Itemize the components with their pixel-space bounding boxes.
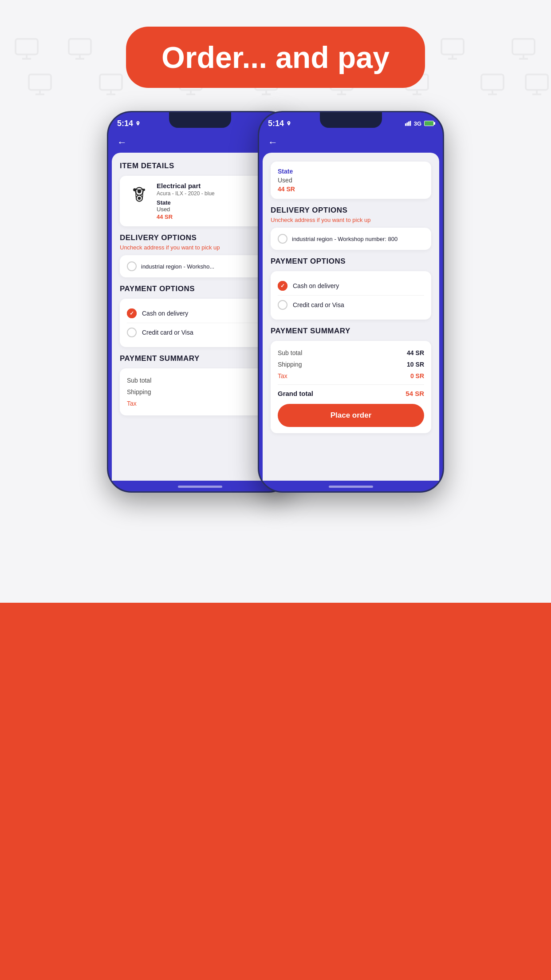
phone-right: 5:14 3G ← State Used	[258, 111, 444, 493]
summary-divider	[278, 384, 424, 385]
header-banner: Order... and pay	[126, 27, 425, 88]
phone-left-payment-summary-card: Sub total Shipping Tax	[120, 368, 280, 415]
phone-right-grand-total-row: Grand total 54 SR	[278, 387, 424, 399]
phone-right-status-icons: 3G	[405, 120, 434, 127]
phone-left-payment-summary-title: PAYMENT SUMMARY	[120, 354, 280, 363]
phone-left-address-row: industrial region - Worksho...	[127, 261, 273, 271]
phone-left-tax-label: Tax	[127, 400, 137, 407]
phone-right-state-card-price: 44 SR	[278, 186, 424, 193]
phone-left-visa-label: Credit card or Visa	[142, 329, 193, 336]
phone-right-state-card-label: State	[278, 168, 424, 175]
phone-right-subtotal-row: Sub total 44 SR	[278, 347, 424, 359]
phone-right-network: 3G	[414, 120, 421, 127]
phone-left-time: 5:14	[117, 119, 141, 128]
phone-right-nav: ←	[259, 132, 443, 153]
phone-right-payment-summary-title: PAYMENT SUMMARY	[271, 327, 431, 336]
phone-right-app: ← State Used 44 SR DELIVERY OPTIONS Unch…	[259, 132, 443, 491]
phone-left-item-details-section: ITEM DETAILS	[120, 162, 280, 226]
phone-left-item-info: Electrical part Acura - ILX - 2020 - blu…	[157, 182, 215, 220]
phone-right-time: 5:14	[268, 119, 291, 128]
phone-right-delivery-section: DELIVERY OPTIONS Uncheck address if you …	[271, 206, 431, 250]
phone-right-payment-summary-section: PAYMENT SUMMARY Sub total 44 SR Shipping…	[271, 327, 431, 433]
svg-rect-56	[408, 122, 409, 126]
svg-point-51	[138, 197, 141, 200]
phone-left-payment-options-section: PAYMENT OPTIONS Cash on delivery Credit …	[120, 285, 280, 347]
phone-right-delivery-card: industrial region - Workshop number: 800	[271, 228, 431, 250]
phone-left-item-row: Electrical part Acura - ILX - 2020 - blu…	[127, 182, 273, 220]
phone-left-item-name: Electrical part	[157, 182, 215, 190]
phone-right-grand-total-value: 54 SR	[405, 390, 424, 397]
svg-point-52	[133, 188, 136, 191]
phone-left-delivery-section: DELIVERY OPTIONS Uncheck address if you …	[120, 233, 280, 277]
phone-right-cash-label: Cash on delivery	[293, 282, 339, 289]
phone-left-subtotal-label: Sub total	[127, 377, 151, 384]
phone-left-cash-label: Cash on delivery	[142, 310, 188, 317]
phone-left-state-value: Used	[157, 206, 215, 213]
phone-left-payment-summary-section: PAYMENT SUMMARY Sub total Shipping Tax	[120, 354, 280, 415]
phone-left-visa-radio[interactable]	[127, 328, 137, 337]
phone-right-payment-option-1[interactable]: Cash on delivery	[278, 277, 424, 296]
phone-left-tax-row: Tax	[127, 398, 273, 409]
phone-left-payment-options-card: Cash on delivery Credit card or Visa	[120, 299, 280, 347]
phone-right-tax-label: Tax	[278, 372, 287, 379]
phone-right-content: State Used 44 SR DELIVERY OPTIONS Unchec…	[263, 153, 439, 481]
phone-left-item-details-title: ITEM DETAILS	[120, 162, 280, 170]
phone-right-frame: 5:14 3G ← State Used	[258, 111, 444, 493]
phone-left-item-price: 44 SR	[157, 213, 215, 220]
phone-left-address-radio[interactable]	[127, 261, 137, 271]
phone-left-address-text: industrial region - Worksho...	[141, 263, 214, 270]
phone-left-item-icon	[127, 182, 151, 206]
phone-right-shipping-value: 10 SR	[407, 361, 424, 368]
phone-left-shipping-row: Shipping	[127, 386, 273, 398]
phone-right-home-indicator	[329, 486, 373, 488]
phone-right-back-button[interactable]: ←	[268, 137, 278, 148]
phone-right-tax-value: 0 SR	[410, 372, 424, 379]
svg-rect-54	[405, 123, 406, 126]
svg-rect-55	[406, 122, 408, 126]
phone-right-tax-row: Tax 0 SR	[278, 370, 424, 382]
phone-left-notch	[169, 112, 231, 128]
phone-left-delivery-title: DELIVERY OPTIONS	[120, 233, 280, 242]
phone-left-subtotal-row: Sub total	[127, 375, 273, 386]
phone-right-visa-radio[interactable]	[278, 300, 287, 310]
phone-left-delivery-subtitle: Uncheck address if you want to pick up	[120, 244, 280, 251]
phone-right-shipping-row: Shipping 10 SR	[278, 359, 424, 370]
phone-left-item-desc: Acura - ILX - 2020 - blue	[157, 190, 215, 197]
header-title: Order... and pay	[161, 40, 390, 75]
phone-right-payment-summary-card: Sub total 44 SR Shipping 10 SR Tax 0 SR	[271, 341, 431, 433]
phone-right-payment-options-section: PAYMENT OPTIONS Cash on delivery Credit …	[271, 257, 431, 320]
phone-right-subtotal-label: Sub total	[278, 349, 302, 356]
svg-point-53	[142, 189, 145, 191]
phone-left-home-indicator	[178, 486, 222, 488]
phone-right-state-card-value: Used	[278, 177, 424, 184]
phone-left-back-button[interactable]: ←	[117, 137, 127, 148]
phone-left-state-label: State	[157, 199, 215, 206]
phone-right-delivery-title: DELIVERY OPTIONS	[271, 206, 431, 215]
phone-left-cash-radio[interactable]	[127, 308, 137, 318]
phone-right-address-text: industrial region - Workshop number: 800	[292, 236, 398, 242]
background-bottom	[0, 603, 551, 980]
phone-right-address-radio[interactable]	[278, 234, 287, 244]
phones-container: 5:14 ← ITEM DETAILS	[0, 111, 551, 493]
phone-right-battery	[424, 121, 434, 126]
phone-right-payment-options-card: Cash on delivery Credit card or Visa	[271, 271, 431, 320]
phone-right-payment-option-2[interactable]: Credit card or Visa	[278, 296, 424, 313]
phone-right-cash-radio[interactable]	[278, 281, 287, 291]
phone-right-payment-options-title: PAYMENT OPTIONS	[271, 257, 431, 266]
phone-right-visa-label: Credit card or Visa	[293, 301, 344, 308]
phone-left-payment-option-2[interactable]: Credit card or Visa	[127, 324, 273, 341]
phone-left-shipping-label: Shipping	[127, 388, 151, 395]
phone-left-delivery-card: industrial region - Worksho...	[120, 255, 280, 277]
phone-left-payment-option-1[interactable]: Cash on delivery	[127, 305, 273, 323]
phone-left-item-card: Electrical part Acura - ILX - 2020 - blu…	[120, 176, 280, 226]
phone-right-notch	[320, 112, 382, 128]
phone-right-address-row: industrial region - Workshop number: 800	[278, 234, 424, 244]
phone-left-payment-options-title: PAYMENT OPTIONS	[120, 285, 280, 293]
phone-right-delivery-subtitle: Uncheck address if you want to pick up	[271, 217, 431, 223]
svg-rect-57	[409, 121, 411, 126]
place-order-button[interactable]: Place order	[278, 404, 424, 427]
phone-right-state-card: State Used 44 SR	[271, 162, 431, 199]
phone-right-grand-total-label: Grand total	[278, 390, 313, 397]
phone-right-shipping-label: Shipping	[278, 361, 302, 368]
phone-right-subtotal-value: 44 SR	[407, 349, 424, 356]
